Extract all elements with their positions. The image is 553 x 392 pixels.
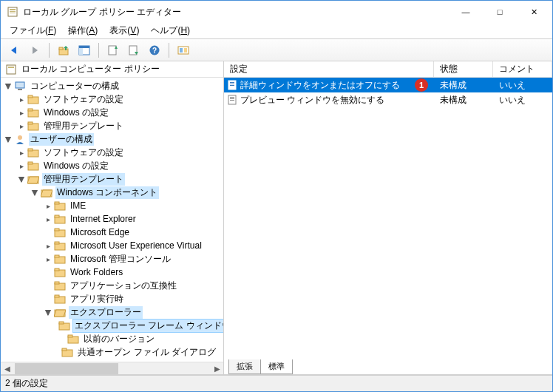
tree-label: アプリケーションの互換性 <box>69 280 178 292</box>
tree-node-user-config[interactable]: ⯆ユーザーの構成 <box>1 132 223 146</box>
tree-node[interactable]: Microsoft Edge <box>1 226 223 239</box>
up-button[interactable] <box>55 41 72 59</box>
forward-button[interactable] <box>26 41 44 59</box>
svg-rect-36 <box>55 215 59 217</box>
tree-node[interactable]: ▸Windows の設定 <box>1 159 223 172</box>
horizontal-scrollbar[interactable]: ◀ ▶ <box>1 362 223 374</box>
filter-button[interactable] <box>174 41 192 59</box>
user-icon <box>14 133 26 145</box>
column-state[interactable]: 状態 <box>434 61 493 77</box>
svg-rect-21 <box>28 95 33 98</box>
app-icon <box>7 6 18 18</box>
window-title: ローカル グループ ポリシー エディター <box>23 6 449 18</box>
tree-node[interactable]: ▸Microsoft 管理コンソール <box>1 252 223 266</box>
svg-rect-9 <box>109 46 116 55</box>
tree-node[interactable]: ▸IME <box>1 199 223 212</box>
back-button[interactable] <box>5 41 23 59</box>
svg-text:?: ? <box>152 47 157 55</box>
tree-node[interactable]: ▸ソフトウェアの設定 <box>1 92 223 106</box>
tree-node[interactable]: ▸Microsoft User Experience Virtual <box>1 239 223 252</box>
svg-rect-53 <box>68 335 72 337</box>
tree-label: 管理用テンプレート <box>42 120 125 132</box>
column-comment[interactable]: コメント <box>493 61 552 77</box>
scroll-thumb[interactable] <box>15 363 118 374</box>
scroll-right-icon[interactable]: ▶ <box>211 363 223 374</box>
svg-rect-1 <box>10 9 16 10</box>
tree-header: ローカル コンピューター ポリシー <box>1 61 223 78</box>
folder-open-icon <box>54 307 66 317</box>
menu-file[interactable]: ファイル(F) <box>4 23 62 38</box>
folder-icon <box>54 214 66 224</box>
help-button[interactable]: ? <box>146 41 163 59</box>
svg-rect-7 <box>79 46 89 48</box>
tree-node[interactable]: ▸ソフトウェアの設定 <box>1 146 223 159</box>
column-setting[interactable]: 設定 <box>224 61 434 77</box>
tree-node[interactable]: Work Folders <box>1 266 223 279</box>
scroll-left-icon[interactable]: ◀ <box>1 363 13 374</box>
tree-node[interactable]: アプリ実行時 <box>1 292 223 305</box>
toolbar-separator <box>169 43 169 58</box>
tree-node[interactable]: アプリケーションの互換性 <box>1 279 223 292</box>
svg-rect-51 <box>59 322 64 324</box>
tree-label: ソフトウェアの設定 <box>42 146 125 159</box>
tree-node-windows-components[interactable]: ⯆Windows コンポーネント <box>1 186 223 199</box>
folder-icon <box>27 121 39 131</box>
tree-node-admin-templates[interactable]: ⯆管理用テンプレート <box>1 172 223 186</box>
callout-badge: 1 <box>415 78 428 92</box>
tree-node-explorer[interactable]: ⯆エクスプローラー <box>1 305 223 319</box>
refresh-button[interactable] <box>104 41 122 59</box>
menubar: ファイル(F) 操作(A) 表示(V) ヘルプ(H) <box>1 23 552 39</box>
svg-rect-55 <box>62 348 67 351</box>
svg-rect-8 <box>79 48 83 55</box>
tree-label: 共通オープン ファイル ダイアログ <box>76 346 217 359</box>
maximize-button[interactable]: □ <box>483 1 517 22</box>
details-pane-button[interactable] <box>75 41 93 59</box>
folder-icon <box>54 200 66 211</box>
svg-rect-17 <box>8 67 14 68</box>
svg-rect-48 <box>55 295 59 297</box>
list-row[interactable]: 詳細ウィンドウをオンまたはオフにする 1 未構成 いいえ <box>224 78 552 92</box>
tree-label: 以前のバージョン <box>82 333 156 345</box>
toolbar-separator <box>49 43 50 58</box>
minimize-button[interactable]: — <box>449 1 483 22</box>
svg-rect-44 <box>55 268 59 271</box>
menu-view[interactable]: 表示(V) <box>104 23 145 38</box>
svg-rect-18 <box>16 82 24 88</box>
svg-rect-46 <box>55 282 59 284</box>
menu-help[interactable]: ヘルプ(H) <box>145 23 196 38</box>
tree-label: ソフトウェアの設定 <box>42 93 125 106</box>
folder-open-icon <box>27 174 39 184</box>
computer-icon <box>14 80 26 92</box>
tree-label: Microsoft Edge <box>69 227 131 237</box>
close-button[interactable]: ✕ <box>517 1 551 22</box>
tree-node[interactable]: ▸Internet Explorer <box>1 212 223 226</box>
svg-rect-5 <box>59 47 63 50</box>
menu-action[interactable]: 操作(A) <box>62 23 104 38</box>
tree-view[interactable]: ⯆コンピューターの構成 ▸ソフトウェアの設定 ▸Windows の設定 ▸管理用… <box>1 78 223 362</box>
row-label: プレビュー ウィンドウを無効にする <box>240 94 384 107</box>
svg-rect-42 <box>55 255 59 257</box>
tree-node[interactable]: ▸Windows の設定 <box>1 106 223 119</box>
folder-icon <box>54 254 66 264</box>
tree-node[interactable]: 以前のバージョン <box>1 332 223 345</box>
svg-rect-40 <box>55 242 59 244</box>
row-label: 詳細ウィンドウをオンまたはオフにする <box>240 79 400 92</box>
tree-node[interactable]: 共通オープン ファイル ダイアログ <box>1 345 223 359</box>
tree-label: Microsoft User Experience Virtual <box>69 240 203 251</box>
svg-rect-61 <box>230 97 234 98</box>
tab-standard[interactable]: 標準 <box>260 359 293 374</box>
tree-node-computer-config[interactable]: ⯆コンピューターの構成 <box>1 79 223 92</box>
tree-node-explorer-frame[interactable]: エクスプローラー フレーム ウィンドウ <box>1 319 223 332</box>
folder-icon <box>54 240 66 251</box>
tree-node[interactable]: ▸管理用テンプレート <box>1 119 223 132</box>
svg-rect-23 <box>28 109 33 111</box>
list-row[interactable]: プレビュー ウィンドウを無効にする 未構成 いいえ <box>224 92 552 107</box>
svg-rect-2 <box>10 11 16 12</box>
tab-extended[interactable]: 拡張 <box>228 359 261 374</box>
export-button[interactable] <box>125 41 143 59</box>
folder-icon <box>58 320 70 331</box>
folder-icon <box>54 280 66 291</box>
policy-icon <box>224 95 240 105</box>
window-controls: — □ ✕ <box>449 1 551 22</box>
statusbar: 2 個の設定 <box>1 375 552 391</box>
